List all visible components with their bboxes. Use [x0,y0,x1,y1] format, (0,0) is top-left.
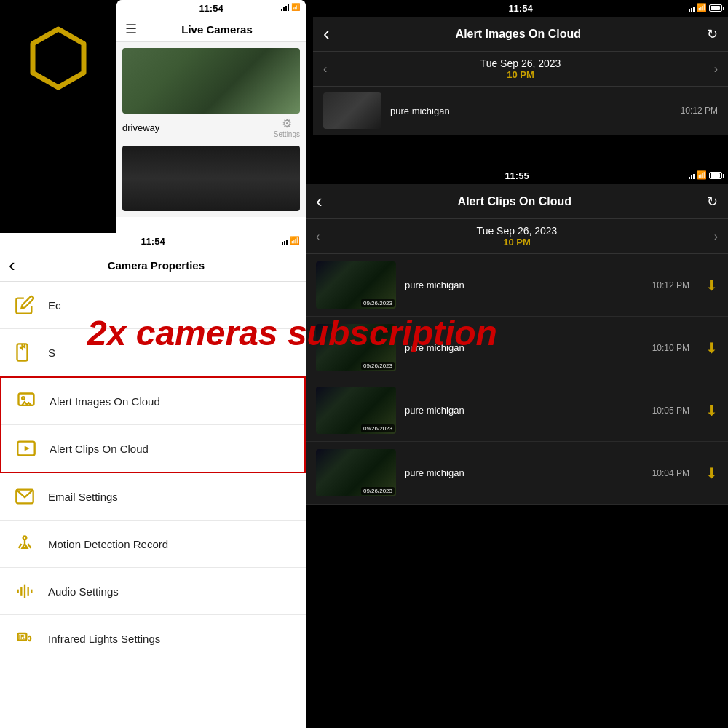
time-filter-clips[interactable]: 10 PM [477,237,558,248]
sd-label: S [48,347,55,359]
logo-area [0,0,116,116]
date-info: Tue Sep 26, 2023 10 PM [480,58,561,80]
camera-props-title: Camera Properties [15,259,297,272]
signal-icon-props [282,237,288,245]
clip-time-1: 10:10 PM [652,343,689,353]
status-icons-alert: 📶 [689,3,722,12]
clip-item-2[interactable]: 09/26/2023 pure michigan 10:05 PM ⬇ [306,379,728,442]
date-info-clips: Tue Sep 26, 2023 10 PM [477,225,558,248]
props-item-audio[interactable]: Audio Settings [0,568,306,615]
download-button-0[interactable]: ⬇ [705,277,718,294]
props-item-alert-images[interactable]: Alert Images On Cloud [1,378,304,424]
nav-bar-alert-images: ‹ Alert Images On Cloud ↻ [313,17,728,52]
status-bar-alert-images: 11:54 📶 [313,0,728,17]
camera-thumb-2[interactable] [122,146,300,211]
alert-images-icon-box [13,388,39,414]
nav-bar-props: ‹ Camera Properties [0,250,306,282]
props-item-email[interactable]: Email Settings [0,473,306,521]
wifi-icon-props: 📶 [290,236,300,245]
clip-time-0: 10:12 PM [652,280,689,290]
alert-clips-title: Alert Clips On Cloud [323,195,707,208]
hamburger-menu-button[interactable]: ☰ [125,21,137,37]
date-row-alert-images: ‹ Tue Sep 26, 2023 10 PM › [313,52,728,87]
time-clips: 11:55 [505,170,529,181]
date-text: Tue Sep 26, 2023 [480,58,561,69]
clip-name-0: pure michigan [405,280,644,290]
alert-thumbnail [323,92,381,129]
props-item-alert-clips[interactable]: Alert Clips On Cloud [1,424,304,472]
status-icons-props: 📶 [282,236,300,245]
clip-timestamp-2: 09/26/2023 [361,424,395,432]
back-button-props[interactable]: ‹ [9,254,15,277]
camera-thumbnail[interactable] [122,48,300,114]
clip-time-3: 10:04 PM [652,468,689,478]
download-button-3[interactable]: ⬇ [705,464,718,482]
alert-item-0[interactable]: pure michigan 10:12 PM [313,87,728,135]
clip-thumbnail-2: 09/26/2023 [316,387,396,434]
email-icon [15,486,35,507]
status-icons-clips: 📶 [689,170,722,180]
status-icons-live: 📶 [281,3,300,11]
clip-info-3: pure michigan [405,467,644,478]
alert-camera-name: pure michigan [390,106,672,116]
sd-icon [15,342,35,363]
clip-timestamp-3: 09/26/2023 [361,487,395,495]
app-logo-icon [25,25,91,91]
settings-label: Settings [274,130,300,138]
camera-name: driveway [122,122,159,133]
refresh-button-clips[interactable]: ↻ [707,194,718,210]
clip-thumbnail-0: 09/26/2023 [316,261,396,309]
status-bar-live: 11:54 📶 [116,0,306,17]
time-filter[interactable]: 10 PM [480,69,561,80]
clip-item-3[interactable]: 09/26/2023 pure michigan 10:04 PM ⬇ [306,442,728,505]
next-date-clips[interactable]: › [714,230,718,243]
date-text-clips: Tue Sep 26, 2023 [477,225,558,237]
settings-button[interactable]: ⚙ Settings [274,116,300,138]
prev-date-button[interactable]: ‹ [323,63,327,76]
props-item-motion[interactable]: Motion Detection Record [0,521,306,568]
alert-thumb-image [323,92,381,129]
nav-bar-live: ☰ Live Cameras [116,17,306,42]
alert-info: pure michigan [390,106,672,116]
edit-icon-box [12,292,38,318]
back-button-clips[interactable]: ‹ [316,190,323,213]
svg-marker-4 [25,446,30,451]
clip-item-0[interactable]: 09/26/2023 pure michigan 10:12 PM ⬇ [306,254,728,317]
infrared-icon: IR [15,628,35,649]
download-button-2[interactable]: ⬇ [705,402,718,419]
alert-images-label: Alert Images On Cloud [50,395,160,408]
battery-icon [709,4,722,12]
refresh-button-alert-images[interactable]: ↻ [707,26,718,42]
props-item-infrared[interactable]: IR Infrared Lights Settings [0,615,306,662]
camera-thumbnail-2[interactable] [122,146,300,211]
clip-name-3: pure michigan [405,467,644,478]
alert-clips-icon [16,438,36,459]
wifi-icon-clips: 📶 [697,170,707,180]
audio-label: Audio Settings [48,585,119,598]
download-button-1[interactable]: ⬇ [705,339,718,357]
alert-clips-icon-box [13,435,39,462]
alert-images-icon [16,391,36,411]
panel-live-cameras: 11:54 📶 ☰ Live Cameras driveway ⚙ Settin… [116,0,306,233]
infrared-icon-box: IR [12,625,38,652]
clip-name-2: pure michigan [405,405,644,416]
clip-info-2: pure michigan [405,405,644,416]
next-date-button[interactable]: › [714,63,718,76]
prev-date-clips[interactable]: ‹ [316,230,320,243]
svg-point-2 [22,397,25,400]
camera-image-2 [122,146,300,211]
infrared-label: Infrared Lights Settings [48,633,160,645]
status-bar-props: 11:54 📶 [0,233,306,250]
back-button-alert-images[interactable]: ‹ [323,23,330,45]
alert-clips-label: Alert Clips On Cloud [50,443,149,455]
status-bar-clips: 11:55 📶 [306,167,728,184]
edit-icon [15,295,35,315]
signal-icon-clips [689,172,695,179]
wifi-icon-dark: 📶 [697,3,707,12]
clip-timestamp-1: 09/26/2023 [361,362,395,370]
edit-label: Ec [48,299,61,312]
nav-bar-clips: ‹ Alert Clips On Cloud ↻ [306,184,728,219]
camera-thumb-driveway[interactable]: driveway ⚙ Settings [122,48,300,141]
sd-icon-box [12,339,38,365]
signal-icon-dark [689,4,695,12]
